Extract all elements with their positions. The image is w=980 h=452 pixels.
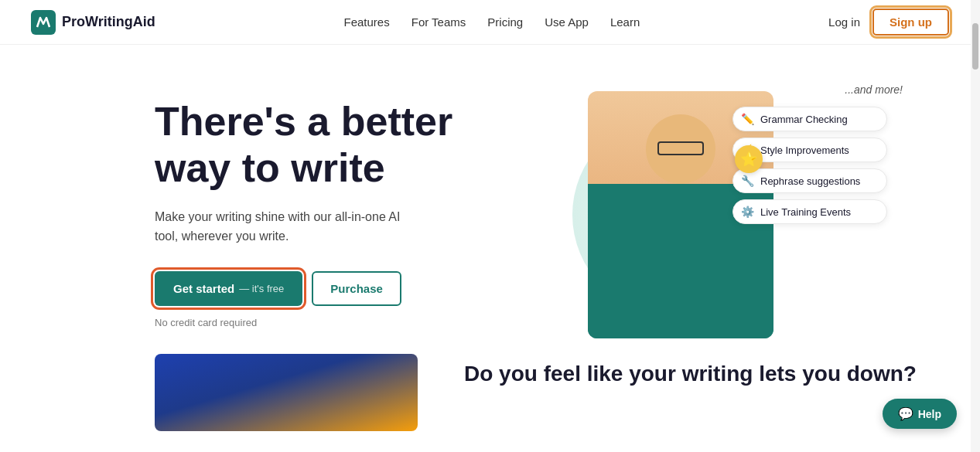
hero-right: ⭐ ...and more! ✏️ Grammar Checking ⚡ Sty…	[526, 83, 949, 331]
purchase-button[interactable]: Purchase	[312, 271, 401, 306]
help-button[interactable]: 💬 Help	[883, 399, 957, 429]
nav-for-teams[interactable]: For Teams	[411, 15, 466, 29]
lower-section: Do you feel like your writing lets you d…	[0, 354, 980, 431]
feature-badge-training: ⚙️ Live Training Events	[732, 199, 887, 224]
lower-image-inner	[155, 354, 418, 431]
person-head	[646, 114, 715, 184]
rephrase-icon: 🔧	[741, 175, 754, 187]
feature-badge-grammar: ✏️ Grammar Checking	[732, 107, 887, 131]
cta-label: Get started	[173, 282, 234, 295]
feature-badge-rephrase: 🔧 Rephrase suggestions	[732, 168, 887, 193]
logo-icon	[31, 10, 56, 35]
nav-features[interactable]: Features	[344, 15, 390, 29]
training-icon: ⚙️	[741, 206, 754, 218]
style-label: Style Improvements	[760, 144, 849, 156]
grammar-label: Grammar Checking	[760, 114, 848, 125]
rephrase-label: Rephrase suggestions	[760, 175, 860, 187]
nav-actions: Log in Sign up	[828, 8, 949, 36]
help-label: Help	[918, 408, 941, 420]
lower-title: Do you feel like your writing lets you d…	[464, 362, 917, 386]
lower-text: Do you feel like your writing lets you d…	[464, 354, 917, 386]
hero-title: There's a better way to write	[155, 99, 526, 192]
logo-text: ProWritingAid	[62, 14, 155, 30]
no-credit-card-note: No credit card required	[155, 317, 526, 328]
help-icon: 💬	[898, 406, 913, 421]
hero-section: There's a better way to write Make your …	[0, 45, 980, 354]
nav-pricing[interactable]: Pricing	[487, 15, 523, 29]
training-label: Live Training Events	[760, 206, 851, 218]
person-glasses	[657, 141, 704, 155]
get-started-button[interactable]: Get started — it's free	[155, 271, 302, 306]
hero-subtitle: Make your writing shine with our all-in-…	[155, 207, 418, 246]
hero-left: There's a better way to write Make your …	[155, 83, 526, 328]
login-link[interactable]: Log in	[828, 15, 860, 29]
logo-link[interactable]: ProWritingAid	[31, 10, 155, 35]
grammar-icon: ✏️	[741, 113, 754, 125]
lower-image	[155, 354, 418, 431]
star-badge: ⭐	[735, 145, 763, 173]
nav-learn[interactable]: Learn	[610, 15, 640, 29]
scrollbar[interactable]	[971, 0, 980, 452]
hero-buttons: Get started — it's free Purchase	[155, 271, 526, 306]
signup-button[interactable]: Sign up	[872, 8, 949, 36]
more-label: ...and more!	[845, 83, 903, 96]
nav-use-app[interactable]: Use App	[545, 15, 589, 29]
scrollbar-thumb	[972, 23, 978, 70]
navigation: ProWritingAid Features For Teams Pricing…	[0, 0, 980, 45]
cta-free-label: — it's free	[239, 283, 284, 294]
nav-links: Features For Teams Pricing Use App Learn	[344, 15, 640, 29]
